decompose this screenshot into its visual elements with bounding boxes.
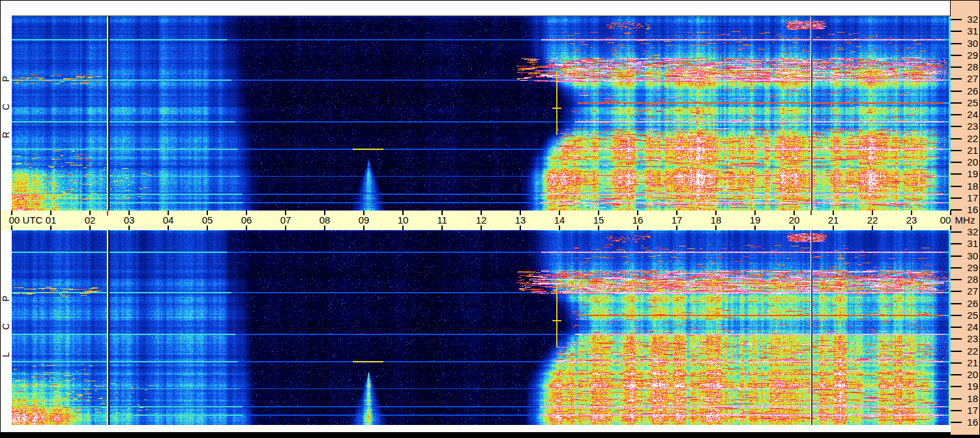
hour-label: 20 <box>784 215 805 226</box>
freq-tick-top: 20 <box>951 156 980 168</box>
freq-tick-bottom: 16 <box>951 416 980 428</box>
hour-tick-bottom <box>754 226 756 230</box>
freq-tick-top: 18 <box>951 181 980 192</box>
freq-tick-bottom: 30 <box>951 250 980 262</box>
hour-tick-bottom <box>872 226 873 230</box>
hour-label: 07 <box>275 215 296 226</box>
freq-tick-label: 26 <box>962 298 980 310</box>
freq-tick-top: 24 <box>951 109 980 121</box>
freq-tick-top: 16 <box>951 204 980 216</box>
hour-label: 21 <box>823 215 844 226</box>
rcp-spectrogram <box>12 16 951 211</box>
time-axis-band: 0001020304050607080910111213141516171819… <box>1 211 951 230</box>
hour-label: 13 <box>510 215 531 226</box>
freq-tick-dash <box>951 138 962 139</box>
freq-tick-dash <box>951 315 962 316</box>
hour-label: 18 <box>705 215 726 226</box>
freq-tick-bottom: 22 <box>951 345 980 357</box>
hour-label: 22 <box>862 215 883 226</box>
hour-label: 05 <box>197 215 218 226</box>
title-bar: AJ4CO Observatory 24 Dec 2022 - DPS on T… <box>1 1 950 16</box>
freq-tick-dash <box>951 209 962 211</box>
freq-tick-dash <box>951 126 962 127</box>
hour-label: 06 <box>236 215 257 226</box>
hour-tick-bottom <box>481 226 482 230</box>
hour-tick-bottom <box>794 226 795 230</box>
hour-tick-bottom <box>441 226 443 230</box>
freq-tick-top: 27 <box>951 73 980 85</box>
freq-tick-bottom: 28 <box>951 274 980 285</box>
hour-label: 19 <box>745 215 765 226</box>
hour-tick-bottom <box>402 226 404 230</box>
freq-tick-dash <box>951 267 962 269</box>
bottom-margin <box>12 425 951 432</box>
freq-tick-dash <box>951 43 962 44</box>
freq-tick-dash <box>951 398 962 400</box>
freq-tick-label: 16 <box>962 204 980 216</box>
freq-tick-dash <box>951 362 962 364</box>
freq-tick-dash <box>951 374 962 375</box>
freq-tick-dash <box>951 422 962 423</box>
freq-tick-bottom: 25 <box>951 310 980 321</box>
utc-unit-label: UTC <box>21 215 44 226</box>
hour-tick-bottom <box>911 226 912 230</box>
freq-tick-top: 17 <box>951 192 980 204</box>
event-marker-tick-2 <box>810 211 812 215</box>
hour-label: 12 <box>471 215 492 226</box>
freq-tick-dash <box>951 66 962 68</box>
hour-tick-bottom <box>168 226 169 230</box>
freq-tick-label: 27 <box>962 73 980 85</box>
freq-tick-bottom: 20 <box>951 369 980 381</box>
hour-tick-bottom <box>50 226 52 230</box>
hour-tick-bottom <box>676 226 677 230</box>
freq-tick-dash <box>951 303 962 304</box>
freq-tick-label: 23 <box>962 121 980 132</box>
freq-tick-bottom: 21 <box>951 357 980 369</box>
hour-tick-bottom <box>833 226 834 230</box>
freq-tick-top: 19 <box>951 168 980 180</box>
freq-tick-top: 32 <box>951 14 980 25</box>
freq-tick-dash <box>951 102 962 104</box>
freq-tick-label: 18 <box>962 393 980 405</box>
freq-tick-dash <box>951 31 962 32</box>
freq-tick-label: 32 <box>962 14 980 25</box>
hour-label: 09 <box>353 215 374 226</box>
freq-tick-label: 27 <box>962 285 980 297</box>
hour-label: 15 <box>588 215 609 226</box>
freq-tick-bottom: 27 <box>951 285 980 297</box>
hour-tick-bottom <box>715 226 717 230</box>
freq-tick-top: 23 <box>951 121 980 132</box>
freq-tick-label: 21 <box>962 145 980 156</box>
freq-tick-label: 21 <box>962 357 980 369</box>
hour-label: 04 <box>158 215 179 226</box>
freq-tick-bottom: 24 <box>951 321 980 333</box>
hour-tick-bottom <box>520 226 521 230</box>
freq-tick-bottom: 26 <box>951 298 980 310</box>
spectrograph-image: AJ4CO Observatory 24 Dec 2022 - DPS on T… <box>0 0 980 438</box>
freq-tick-dash <box>951 231 962 233</box>
freq-tick-dash <box>951 91 962 92</box>
freq-tick-label: 29 <box>962 262 980 274</box>
hour-label: 23 <box>901 215 922 226</box>
freq-tick-bottom: 18 <box>951 393 980 405</box>
freq-tick-dash <box>951 291 962 292</box>
freq-tick-top: 30 <box>951 38 980 50</box>
hour-tick-bottom <box>207 226 208 230</box>
hour-label: 02 <box>80 215 100 226</box>
freq-tick-label: 22 <box>962 133 980 145</box>
freq-tick-top: 28 <box>951 61 980 73</box>
freq-tick-top: 21 <box>951 145 980 156</box>
freq-tick-top: 26 <box>951 85 980 97</box>
freq-tick-label: 23 <box>962 333 980 345</box>
hour-label: 16 <box>627 215 648 226</box>
hour-tick-bottom <box>598 226 599 230</box>
freq-tick-label: 30 <box>962 250 980 262</box>
freq-tick-label: 31 <box>962 25 980 37</box>
freq-tick-bottom: 19 <box>951 381 980 392</box>
freq-tick-dash <box>951 173 962 175</box>
freq-tick-top: 22 <box>951 133 980 145</box>
freq-tick-dash <box>951 386 962 387</box>
freq-tick-label: 31 <box>962 238 980 250</box>
freq-tick-label: 17 <box>962 192 980 204</box>
polarization-letter: P <box>0 73 12 85</box>
